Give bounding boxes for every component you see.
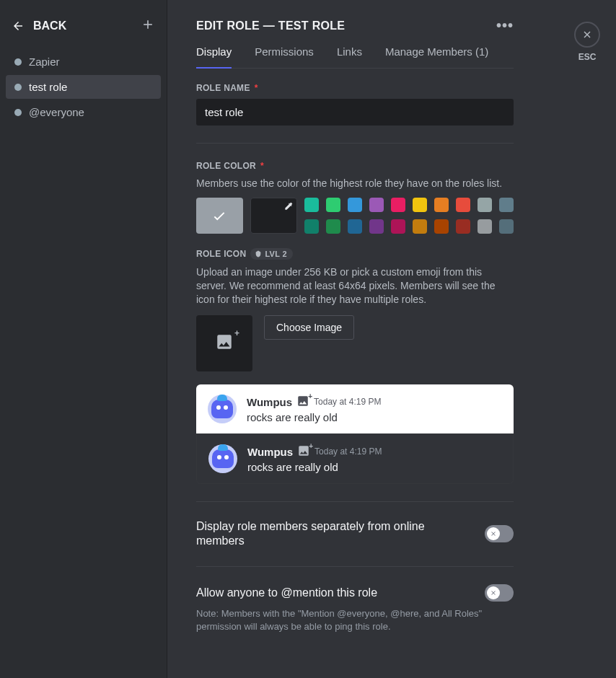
color-swatch[interactable] <box>348 198 362 212</box>
plus-icon <box>141 17 155 32</box>
main-content: EDIT ROLE — TEST ROLE ••• DisplayPermiss… <box>167 0 558 678</box>
role-icon-label: ROLE ICON LVL 2 <box>196 248 514 260</box>
x-icon <box>490 589 497 596</box>
allow-mention-label: Allow anyone to @mention this role <box>196 586 377 601</box>
sidebar-role-item[interactable]: Zapier <box>6 50 161 74</box>
avatar <box>208 444 237 473</box>
tab-display[interactable]: Display <box>196 45 232 68</box>
arrow-left-icon <box>12 19 25 32</box>
tabs: DisplayPermissionsLinksManage Members (1… <box>196 45 514 69</box>
preview-message: rocks are really old <box>247 461 501 473</box>
role-icon-badge: + <box>297 444 310 459</box>
allow-mention-note: Note: Members with the "Mention @everyon… <box>196 607 514 633</box>
preview-timestamp: Today at 4:19 PM <box>314 446 382 457</box>
tab-permissions[interactable]: Permissions <box>255 45 314 68</box>
plus-icon: + <box>234 328 239 338</box>
eyedropper-icon <box>283 201 294 211</box>
back-label: BACK <box>33 19 66 32</box>
color-swatch[interactable] <box>434 219 449 234</box>
color-swatch[interactable] <box>478 198 492 212</box>
color-swatch[interactable] <box>348 219 362 234</box>
back-button[interactable]: BACK <box>12 19 66 32</box>
tab-manage-members-1[interactable]: Manage Members (1) <box>385 45 488 68</box>
close-button[interactable] <box>574 22 600 48</box>
color-swatch[interactable] <box>478 219 492 234</box>
preview-dark: Wumpus + Today at 4:19 PM rocks are real… <box>196 433 514 484</box>
role-color-label: ROLE COLOR* <box>196 161 514 171</box>
color-swatch[interactable] <box>369 219 384 234</box>
custom-color-swatch[interactable] <box>250 198 297 234</box>
display-separately-label: Display role members separately from onl… <box>196 519 473 550</box>
close-rail: ESC <box>558 0 616 678</box>
color-swatch[interactable] <box>391 219 405 234</box>
role-name-input[interactable] <box>196 99 514 126</box>
role-color-dot <box>14 109 22 116</box>
sidebar-role-label: test role <box>29 81 67 93</box>
role-color-dot <box>14 84 22 91</box>
preview-timestamp: Today at 4:19 PM <box>314 397 381 407</box>
role-color-helper: Members use the color of the highest rol… <box>196 177 514 190</box>
tab-links[interactable]: Links <box>337 45 362 68</box>
role-icon-upload[interactable]: + <box>196 315 252 371</box>
role-color-dot <box>14 58 22 66</box>
role-icon-badge: + <box>296 395 309 410</box>
color-swatch[interactable] <box>369 198 384 212</box>
add-role-button[interactable] <box>141 17 155 34</box>
display-separately-toggle[interactable] <box>485 525 514 542</box>
avatar <box>208 395 237 423</box>
check-icon <box>211 208 227 224</box>
preview-username: Wumpus <box>247 446 293 458</box>
page-title: EDIT ROLE — TEST ROLE <box>196 19 345 32</box>
color-swatch[interactable] <box>326 198 340 212</box>
color-swatch[interactable] <box>456 219 470 234</box>
preview-username: Wumpus <box>247 396 292 408</box>
color-swatch[interactable] <box>413 219 427 234</box>
sidebar-role-label: Zapier <box>29 56 60 68</box>
x-icon <box>490 530 497 537</box>
roles-sidebar: BACK Zapiertest role@everyone <box>0 0 167 678</box>
esc-label: ESC <box>578 52 597 62</box>
role-name-label: ROLE NAME* <box>196 83 514 93</box>
sidebar-role-item[interactable]: test role <box>6 75 161 99</box>
color-swatch[interactable] <box>456 198 470 212</box>
color-swatch[interactable] <box>499 219 514 234</box>
color-swatch[interactable] <box>434 198 449 212</box>
sidebar-role-item[interactable]: @everyone <box>6 100 161 124</box>
color-swatch[interactable] <box>304 219 319 234</box>
boost-icon <box>255 250 262 257</box>
color-swatch[interactable] <box>304 198 319 212</box>
color-swatch[interactable] <box>413 198 427 212</box>
color-swatch[interactable] <box>499 198 514 212</box>
image-icon <box>215 333 234 351</box>
choose-image-button[interactable]: Choose Image <box>264 315 354 340</box>
color-swatch[interactable] <box>391 198 405 212</box>
default-color-swatch[interactable] <box>196 198 243 234</box>
allow-mention-toggle[interactable] <box>485 584 514 602</box>
color-swatch[interactable] <box>326 219 340 234</box>
role-icon-helper: Upload an image under 256 KB or pick a c… <box>196 265 514 307</box>
more-options-button[interactable]: ••• <box>496 17 514 34</box>
color-grid <box>304 198 514 234</box>
close-icon <box>581 29 593 40</box>
boost-level-badge: LVL 2 <box>250 248 292 260</box>
preview-message: rocks are really old <box>247 411 502 423</box>
preview-light: Wumpus + Today at 4:19 PM rocks are real… <box>196 384 514 433</box>
sidebar-role-label: @everyone <box>29 106 84 118</box>
